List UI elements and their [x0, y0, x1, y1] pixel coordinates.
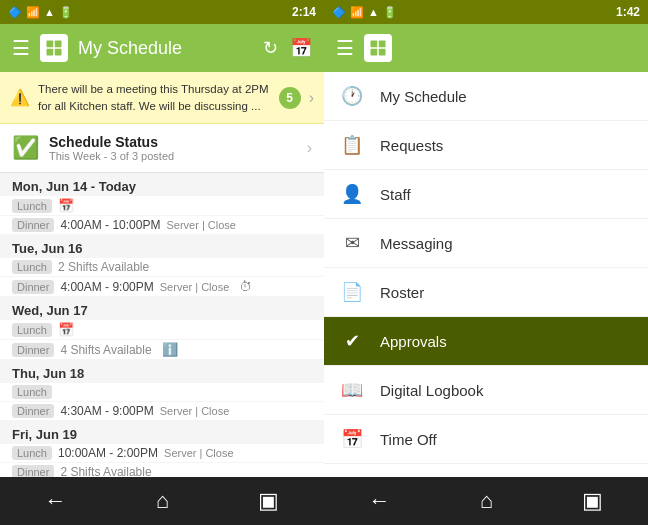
- shift-time: 4:30AM - 9:00PM: [60, 404, 153, 418]
- home-icon[interactable]: ⌂: [480, 488, 493, 514]
- svg-rect-7: [379, 49, 386, 56]
- schedule-info: Schedule Status This Week - 3 of 3 poste…: [49, 134, 297, 162]
- svg-rect-6: [371, 49, 378, 56]
- right-status-bar: 🔷 📶 ▲ 🔋 1:42: [324, 0, 648, 24]
- shift-avail: 2 Shifts Available: [60, 465, 151, 477]
- right-hamburger-icon[interactable]: ☰: [336, 36, 354, 60]
- right-header: ☰: [324, 24, 648, 72]
- shift-label: Lunch: [12, 385, 52, 399]
- shift-label: Lunch: [12, 323, 52, 337]
- notification-text: There will be a meeting this Thursday at…: [38, 81, 271, 113]
- recents-icon[interactable]: ▣: [258, 488, 279, 514]
- info-icon: ℹ️: [162, 342, 178, 357]
- battery-icon: 🔋: [383, 6, 397, 19]
- messaging-icon: ✉: [340, 232, 364, 254]
- shift-row: Lunch: [0, 383, 324, 401]
- back-icon[interactable]: ←: [45, 488, 67, 514]
- schedule-status-subtitle: This Week - 3 of 3 posted: [49, 150, 297, 162]
- signal-icon: 📶: [350, 6, 364, 19]
- status-icons: 🔷 📶 ▲ 🔋: [8, 6, 73, 19]
- shift-row: Lunch 📅: [0, 196, 324, 215]
- schedule-arrow-icon: ›: [307, 139, 312, 157]
- battery-icon: 🔋: [59, 6, 73, 19]
- day-header-mon: Mon, Jun 14 - Today: [0, 173, 324, 196]
- svg-rect-5: [379, 41, 386, 48]
- menu-item-label: Staff: [380, 186, 411, 203]
- back-icon[interactable]: ←: [369, 488, 391, 514]
- shift-avail: 4 Shifts Available: [60, 343, 151, 357]
- right-bottom-nav: ← ⌂ ▣: [324, 477, 648, 525]
- day-header-wed: Wed, Jun 17: [0, 297, 324, 320]
- svg-rect-1: [55, 41, 62, 48]
- sidebar-item-staff[interactable]: 👤 Staff: [324, 170, 648, 219]
- left-bottom-nav: ← ⌂ ▣: [0, 477, 324, 525]
- calendar-small-icon: 📅: [58, 198, 74, 213]
- menu-item-label: Time Off: [380, 431, 437, 448]
- notification-bar[interactable]: ⚠️ There will be a meeting this Thursday…: [0, 72, 324, 124]
- shift-row: Dinner 4:30AM - 9:00PM Server | Close: [0, 402, 324, 420]
- check-icon: ✅: [12, 135, 39, 161]
- shift-row: Lunch 2 Shifts Available: [0, 258, 324, 276]
- menu-item-label: Digital Logbook: [380, 382, 483, 399]
- notification-badge: 5: [279, 87, 301, 109]
- requests-icon: 📋: [340, 134, 364, 156]
- menu-item-label: Requests: [380, 137, 443, 154]
- clock-icon: 🕐: [340, 85, 364, 107]
- roster-icon: 📄: [340, 281, 364, 303]
- menu-item-label: Approvals: [380, 333, 447, 350]
- day-group-wed: Wed, Jun 17 Lunch 📅 Dinner 4 Shifts Avai…: [0, 297, 324, 359]
- person-icon: 👤: [340, 183, 364, 205]
- app-title: My Schedule: [78, 38, 253, 59]
- bluetooth-icon: 🔷: [8, 6, 22, 19]
- app-logo: [40, 34, 68, 62]
- sidebar-item-requests[interactable]: 📋 Requests: [324, 121, 648, 170]
- wifi-icon: ▲: [368, 6, 379, 18]
- shift-label: Dinner: [12, 404, 54, 418]
- schedule-status-title: Schedule Status: [49, 134, 297, 150]
- svg-rect-0: [47, 41, 54, 48]
- shift-label: Dinner: [12, 465, 54, 477]
- hamburger-icon[interactable]: ☰: [12, 36, 30, 60]
- shift-avail: 2 Shifts Available: [58, 260, 149, 274]
- home-icon[interactable]: ⌂: [156, 488, 169, 514]
- right-status-icons: 🔷 📶 ▲ 🔋: [332, 6, 397, 19]
- svg-rect-2: [47, 49, 54, 56]
- shift-row: Dinner 4:00AM - 10:00PM Server | Close: [0, 216, 324, 234]
- clock-icon: ⏱: [239, 279, 252, 294]
- sidebar-item-proforma[interactable]: 🖼 Proforma: [324, 464, 648, 477]
- right-time: 1:42: [616, 5, 640, 19]
- sidebar-item-time-off[interactable]: 📅 Time Off: [324, 415, 648, 464]
- day-group-fri: Fri, Jun 19 Lunch 10:00AM - 2:00PM Serve…: [0, 421, 324, 477]
- notification-arrow-icon: ›: [309, 89, 314, 107]
- shift-label: Lunch: [12, 260, 52, 274]
- shift-label: Lunch: [12, 446, 52, 460]
- menu-item-label: Roster: [380, 284, 424, 301]
- right-panel: 🔷 📶 ▲ 🔋 1:42 ☰ 🕐 My Schedule 📋 Requests: [324, 0, 648, 525]
- schedule-status-row[interactable]: ✅ Schedule Status This Week - 3 of 3 pos…: [0, 124, 324, 173]
- approvals-icon: ✔: [340, 330, 364, 352]
- shift-row: Dinner 4 Shifts Available ℹ️: [0, 340, 324, 359]
- sidebar-item-my-schedule[interactable]: 🕐 My Schedule: [324, 72, 648, 121]
- shift-time: 10:00AM - 2:00PM: [58, 446, 158, 460]
- shift-tags: Server | Close: [160, 405, 230, 417]
- warning-icon: ⚠️: [10, 88, 30, 107]
- left-panel: 🔷 📶 ▲ 🔋 2:14 ☰ My Schedule ↻ 📅 ⚠️ There …: [0, 0, 324, 525]
- sidebar-item-approvals[interactable]: ✔ Approvals: [324, 317, 648, 366]
- shift-label: Dinner: [12, 343, 54, 357]
- day-group-tue: Tue, Jun 16 Lunch 2 Shifts Available Din…: [0, 235, 324, 296]
- shift-tags: Server | Close: [166, 219, 236, 231]
- menu-item-label: Messaging: [380, 235, 453, 252]
- refresh-icon[interactable]: ↻: [263, 37, 278, 59]
- shift-label: Dinner: [12, 218, 54, 232]
- calendar-icon[interactable]: 📅: [290, 37, 312, 59]
- calendar-small-icon: 📅: [58, 322, 74, 337]
- right-app-logo: [364, 34, 392, 62]
- sidebar-item-roster[interactable]: 📄 Roster: [324, 268, 648, 317]
- left-time: 2:14: [292, 5, 316, 19]
- sidebar-item-digital-logbook[interactable]: 📖 Digital Logbook: [324, 366, 648, 415]
- day-group-mon: Mon, Jun 14 - Today Lunch 📅 Dinner 4:00A…: [0, 173, 324, 234]
- recents-icon[interactable]: ▣: [582, 488, 603, 514]
- sidebar-item-messaging[interactable]: ✉ Messaging: [324, 219, 648, 268]
- shift-tags: Server | Close: [160, 281, 230, 293]
- navigation-menu: 🕐 My Schedule 📋 Requests 👤 Staff ✉ Messa…: [324, 72, 648, 477]
